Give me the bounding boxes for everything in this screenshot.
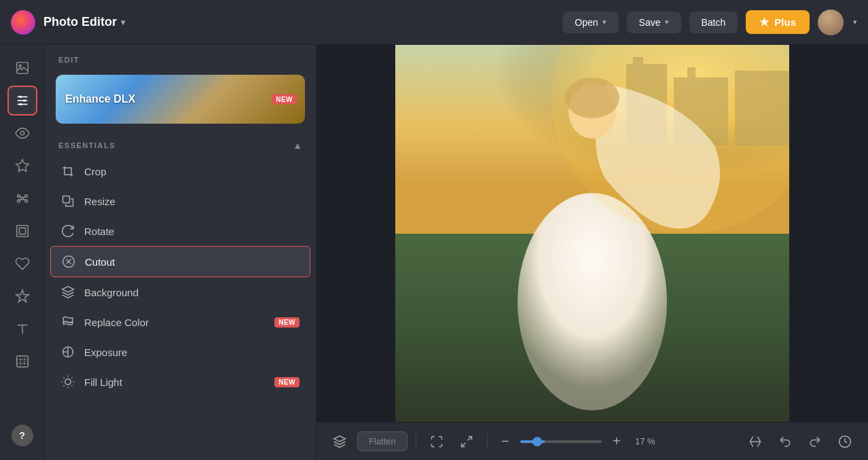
star-icon — [15, 158, 30, 173]
photo-svg — [395, 45, 789, 422]
save-label: Save — [639, 17, 661, 28]
zoom-slider[interactable] — [520, 440, 602, 443]
image-icon — [15, 60, 30, 75]
open-button[interactable]: Open ▾ — [562, 12, 618, 33]
app-title-group[interactable]: Photo Editor ▾ — [43, 15, 125, 29]
sidebar-item-replace-color[interactable]: Replace Color NEW — [45, 307, 316, 337]
help-button[interactable]: ? — [12, 425, 33, 446]
zoom-plus-icon: + — [613, 434, 621, 449]
svg-line-53 — [461, 442, 465, 446]
fit-screen-button[interactable] — [424, 429, 449, 454]
zoom-minus-icon: − — [501, 434, 509, 449]
replace-color-icon — [61, 315, 75, 329]
hatch-icon — [15, 354, 30, 369]
sidebar-item-effects[interactable] — [7, 281, 37, 311]
cutout-icon — [62, 255, 75, 268]
export-button[interactable] — [454, 429, 479, 454]
essentials-collapse-icon: ▲ — [293, 140, 302, 151]
sidebar-item-crop[interactable]: Crop — [45, 156, 316, 186]
photo-canvas — [395, 45, 789, 422]
sidebar-item-frame[interactable] — [7, 216, 37, 246]
svg-line-15 — [20, 196, 21, 198]
zoom-in-button[interactable]: + — [607, 432, 626, 451]
cutout-label: Cutout — [85, 256, 299, 268]
layers-button[interactable] — [327, 429, 352, 454]
effects-icon — [15, 289, 30, 304]
sidebar-item-exposure[interactable]: Exposure — [45, 337, 316, 367]
svg-point-13 — [17, 200, 20, 202]
flip-horizontal-icon — [748, 435, 762, 448]
avatar[interactable] — [818, 10, 844, 35]
batch-label: Batch — [702, 17, 726, 28]
sidebar-item-rotate[interactable]: Rotate — [45, 216, 316, 246]
open-chevron: ▾ — [602, 18, 607, 26]
resize-icon — [61, 194, 75, 208]
replace-color-badge: NEW — [274, 317, 300, 328]
header: Photo Editor ▾ Open ▾ Save ▾ Batch ★ Plu… — [0, 0, 868, 45]
edit-label: EDIT — [45, 45, 316, 69]
icon-bar: ? — [0, 45, 45, 460]
sidebar-item-fill-light[interactable]: Fill Light NEW — [45, 367, 316, 397]
text-icon — [15, 321, 30, 336]
zoom-percentage: 17 % — [632, 436, 659, 446]
sidebar-item-resize[interactable]: Resize — [45, 186, 316, 216]
svg-point-7 — [19, 103, 22, 106]
sidebar-item-text[interactable] — [7, 314, 37, 344]
canvas-area: Flatten − + 17 % — [317, 45, 868, 460]
essentials-label: ESSENTIALS — [58, 141, 115, 149]
plus-label: Plus — [774, 16, 796, 28]
batch-button[interactable]: Batch — [689, 12, 738, 33]
replace-color-label: Replace Color — [84, 317, 265, 328]
flatten-button[interactable]: Flatten — [357, 431, 408, 451]
sidebar-item-hatch[interactable] — [7, 347, 37, 376]
svg-line-38 — [71, 378, 72, 378]
svg-point-30 — [65, 379, 71, 385]
enhance-dlx-card[interactable]: Enhance DLX NEW — [56, 75, 305, 124]
save-chevron: ▾ — [665, 18, 669, 26]
sidebar-item-favorites[interactable] — [7, 151, 37, 181]
canvas-content[interactable] — [317, 45, 868, 422]
sidebar-item-preview[interactable] — [7, 118, 37, 148]
background-label: Background — [84, 287, 300, 298]
save-button[interactable]: Save ▾ — [627, 12, 681, 33]
svg-line-33 — [64, 378, 65, 378]
fit-screen-icon — [430, 435, 444, 448]
nodes-icon — [15, 191, 30, 206]
svg-line-17 — [20, 199, 21, 200]
sidebar-item-heart[interactable] — [7, 249, 37, 279]
svg-point-1 — [19, 65, 21, 67]
sidebar: EDIT Enhance DLX NEW ESSENTIALS ▲ Crop R… — [45, 45, 317, 460]
undo-button[interactable] — [773, 429, 797, 454]
fill-light-badge: NEW — [274, 377, 300, 387]
eye-icon — [15, 126, 30, 141]
svg-point-5 — [19, 96, 22, 99]
history-button[interactable] — [833, 429, 857, 454]
frame-icon — [15, 224, 30, 238]
open-label: Open — [575, 17, 598, 28]
export-icon — [460, 435, 473, 448]
essentials-header[interactable]: ESSENTIALS ▲ — [45, 135, 316, 156]
redo-icon — [808, 435, 822, 448]
sidebar-item-adjustments[interactable] — [7, 86, 37, 116]
avatar-image — [818, 10, 844, 35]
sidebar-item-background[interactable]: Background — [45, 277, 316, 307]
flip-h-button[interactable] — [743, 429, 767, 454]
exposure-label: Exposure — [84, 347, 300, 358]
sidebar-item-cutout[interactable]: Cutout — [50, 246, 310, 277]
redo-button[interactable] — [803, 429, 827, 454]
resize-label: Resize — [84, 196, 300, 207]
svg-rect-19 — [16, 226, 28, 237]
crop-label: Crop — [84, 166, 300, 177]
fill-light-label: Fill Light — [84, 376, 265, 388]
plus-button[interactable]: ★ Plus — [746, 10, 810, 34]
sidebar-item-nodes[interactable] — [7, 183, 37, 213]
svg-point-10 — [21, 197, 24, 200]
svg-point-11 — [17, 195, 20, 198]
sidebar-item-image[interactable] — [7, 53, 37, 83]
zoom-out-button[interactable]: − — [496, 432, 515, 451]
svg-line-18 — [23, 199, 24, 200]
fill-light-icon — [61, 375, 75, 389]
svg-point-12 — [24, 195, 27, 198]
svg-rect-23 — [16, 356, 28, 368]
svg-point-14 — [24, 200, 27, 202]
